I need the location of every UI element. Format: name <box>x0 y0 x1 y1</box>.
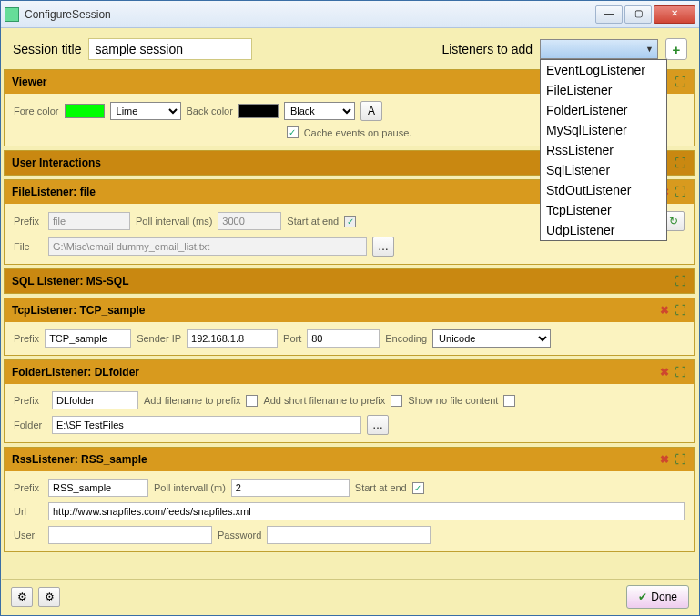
listeners-dropdown-list: EventLogListenerFileListenerFolderListen… <box>540 59 667 241</box>
dropdown-option[interactable]: MySqlListener <box>541 120 666 140</box>
password-input[interactable] <box>267 526 431 544</box>
gear-button-1[interactable]: ⚙ <box>11 587 33 607</box>
poll-label: Poll intervall (ms) <box>136 216 212 227</box>
session-title-label: Session title <box>13 42 81 56</box>
sql-listener-header[interactable]: SQL Listener: MS-SQL ⛶ <box>5 269 694 293</box>
delete-icon[interactable]: ✖ <box>660 304 669 317</box>
minimize-button[interactable]: — <box>595 5 623 24</box>
start-checkbox[interactable]: ✓ <box>412 482 424 494</box>
fore-color-swatch <box>65 104 105 118</box>
shownone-label: Show no file content <box>408 395 498 406</box>
sender-label: Sender IP <box>137 333 181 344</box>
chevron-down-icon: ▼ <box>645 45 654 54</box>
expand-icon[interactable]: ⛶ <box>675 304 686 317</box>
poll-label: Poll intervall (m) <box>154 482 226 493</box>
close-button[interactable]: ✕ <box>654 5 695 24</box>
addshort-label: Add short filename to prefix <box>263 395 385 406</box>
done-button[interactable]: ✔ Done <box>626 585 689 609</box>
dropdown-option[interactable]: StdOutListener <box>541 180 666 200</box>
fore-color-select[interactable]: Lime <box>110 102 181 120</box>
expand-icon[interactable]: ⛶ <box>675 157 686 169</box>
dropdown-option[interactable]: SqlListener <box>541 160 666 180</box>
tcp-listener-header[interactable]: TcpListener: TCP_sample ✖ ⛶ <box>5 298 694 322</box>
back-color-select[interactable]: Black <box>284 102 355 120</box>
add-listener-button[interactable]: + <box>665 38 687 60</box>
prefix-label: Prefix <box>14 333 39 344</box>
fore-color-label: Fore color <box>14 106 59 116</box>
prefix-input[interactable] <box>45 329 131 348</box>
file-label: File <box>14 241 43 252</box>
session-title-input[interactable] <box>88 38 252 60</box>
expand-icon[interactable]: ⛶ <box>675 366 686 379</box>
shownone-checkbox[interactable] <box>503 395 515 407</box>
folder-listener-panel: FolderListener: DLfolder ✖ ⛶ Prefix Add … <box>4 359 695 443</box>
cache-label: Cache events on pause. <box>304 127 412 138</box>
folder-path-input[interactable] <box>52 416 361 434</box>
listeners-dropdown-wrap: ▼ EventLogListenerFileListenerFolderList… <box>540 39 658 59</box>
prefix-label: Prefix <box>14 395 46 406</box>
client-area: Session title Listeners to add ▼ EventLo… <box>1 28 699 615</box>
delete-icon[interactable]: ✖ <box>660 366 669 379</box>
encoding-select[interactable]: Unicode <box>432 329 551 348</box>
dropdown-option[interactable]: UdpListener <box>541 220 666 240</box>
expand-icon[interactable]: ⛶ <box>675 275 686 288</box>
port-label: Port <box>283 333 301 344</box>
tcp-listener-panel: TcpListener: TCP_sample ✖ ⛶ Prefix Sende… <box>4 298 695 356</box>
titlebar: ConfigureSession — ▢ ✕ <box>1 1 699 28</box>
expand-icon[interactable]: ⛶ <box>675 453 686 466</box>
maximize-button[interactable]: ▢ <box>624 5 652 24</box>
expand-icon[interactable]: ⛶ <box>675 186 686 198</box>
url-input[interactable] <box>48 502 685 520</box>
user-label: User <box>14 530 43 540</box>
addfn-label: Add filename to prefix <box>144 395 240 406</box>
listeners-dropdown[interactable]: ▼ <box>540 39 658 59</box>
prefix-label: Prefix <box>14 482 43 493</box>
port-input[interactable] <box>307 329 380 348</box>
start-label: Start at end <box>355 482 407 493</box>
file-path-input <box>48 237 367 256</box>
encoding-label: Encoding <box>385 333 427 344</box>
browse-button[interactable]: … <box>367 415 389 435</box>
prefix-input[interactable] <box>52 391 138 409</box>
prefix-input <box>48 212 130 230</box>
back-color-swatch <box>238 104 279 118</box>
folder-label: Folder <box>14 419 46 430</box>
dropdown-option[interactable]: FileListener <box>541 80 666 100</box>
addshort-checkbox[interactable] <box>391 395 402 407</box>
password-label: Password <box>218 530 261 540</box>
listeners-label: Listeners to add <box>441 42 533 56</box>
dropdown-option[interactable]: FolderListener <box>541 100 666 120</box>
gear-button-2[interactable]: ⚙ <box>38 587 60 607</box>
cache-checkbox[interactable]: ✓ <box>287 126 299 138</box>
browse-button[interactable]: … <box>372 237 394 257</box>
app-icon <box>5 7 19 22</box>
dropdown-option[interactable]: TcpListener <box>541 200 666 220</box>
check-icon: ✔ <box>638 591 647 603</box>
url-label: Url <box>14 506 43 517</box>
sender-input[interactable] <box>187 329 278 348</box>
start-label: Start at end <box>287 216 339 227</box>
top-row: Session title Listeners to add ▼ EventLo… <box>2 29 698 67</box>
rss-listener-header[interactable]: RssListener: RSS_sample ✖ ⛶ <box>5 448 694 471</box>
user-input[interactable] <box>48 526 212 544</box>
font-button[interactable]: A <box>360 101 382 121</box>
dropdown-option[interactable]: RssListener <box>541 140 666 160</box>
delete-icon[interactable]: ✖ <box>660 453 669 466</box>
config-session-window: ConfigureSession — ▢ ✕ Session title Lis… <box>0 0 700 616</box>
prefix-label: Prefix <box>14 216 43 227</box>
bottom-bar: ⚙ ⚙ ✔ Done <box>2 579 698 614</box>
window-title: ConfigureSession <box>25 8 593 21</box>
addfn-checkbox[interactable] <box>246 395 258 407</box>
prefix-input[interactable] <box>48 479 148 497</box>
poll-input <box>218 212 281 230</box>
poll-input[interactable] <box>231 479 350 497</box>
start-checkbox: ✓ <box>344 216 356 227</box>
dropdown-option[interactable]: EventLogListener <box>541 60 666 80</box>
expand-icon[interactable]: ⛶ <box>675 76 686 88</box>
sql-listener-panel: SQL Listener: MS-SQL ⛶ <box>4 268 695 294</box>
back-color-label: Back color <box>187 106 233 116</box>
folder-listener-header[interactable]: FolderListener: DLfolder ✖ ⛶ <box>5 360 694 384</box>
rss-listener-panel: RssListener: RSS_sample ✖ ⛶ Prefix Poll … <box>4 447 695 552</box>
